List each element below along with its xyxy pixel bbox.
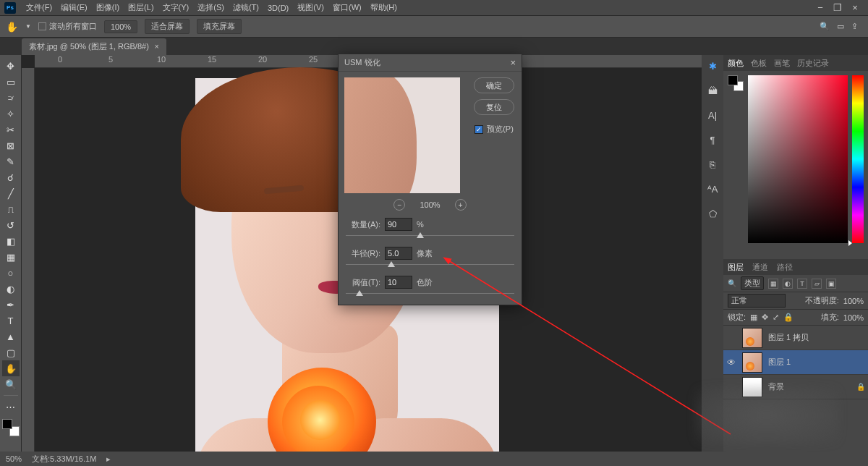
- edit-toolbar-icon[interactable]: ⋯: [2, 399, 20, 415]
- amount-slider[interactable]: [346, 232, 514, 240]
- menu-filter[interactable]: 滤镜(T): [229, 2, 263, 13]
- clone-tool-icon[interactable]: ⎍: [2, 201, 20, 217]
- radius-slider[interactable]: [346, 261, 514, 268]
- pen-tool-icon[interactable]: ✒: [2, 297, 20, 313]
- filter-kind-select[interactable]: 类型: [741, 276, 764, 290]
- layer-thumbnail[interactable]: [742, 352, 762, 373]
- color-swatch[interactable]: [2, 419, 20, 436]
- status-zoom[interactable]: 50%: [6, 454, 22, 463]
- tab-swatches[interactable]: 色板: [751, 58, 767, 69]
- paragraph-icon[interactable]: ¶: [705, 132, 720, 148]
- amount-input[interactable]: [385, 218, 412, 231]
- tab-layers[interactable]: 图层: [728, 262, 744, 273]
- lock-position-icon[interactable]: ✥: [762, 313, 768, 322]
- path-select-tool-icon[interactable]: ▲: [2, 329, 20, 344]
- opacity-value[interactable]: 100%: [843, 297, 864, 305]
- color-field[interactable]: [748, 75, 848, 243]
- share-icon[interactable]: ⇪: [851, 22, 858, 31]
- filter-type-icon[interactable]: T: [797, 279, 807, 289]
- menu-help[interactable]: 帮助(H): [366, 2, 401, 13]
- brush-tool-icon[interactable]: ╱: [2, 185, 20, 201]
- search-icon[interactable]: 🔍: [820, 22, 830, 31]
- filter-search-icon[interactable]: 🔍: [728, 279, 736, 287]
- lock-pixels-icon[interactable]: ▦: [750, 313, 757, 322]
- window-restore-icon[interactable]: ❐: [829, 2, 846, 13]
- 3d-icon[interactable]: ⬠: [705, 206, 720, 221]
- layer-row[interactable]: 👁 图层 1: [723, 350, 868, 375]
- tab-color[interactable]: 颜色: [728, 58, 744, 69]
- filter-adjust-icon[interactable]: ◐: [783, 279, 793, 289]
- frame-tool-icon[interactable]: ⊠: [2, 137, 20, 153]
- fill-screen-button[interactable]: 填充屏幕: [197, 19, 242, 34]
- layer-name[interactable]: 图层 1: [768, 357, 791, 368]
- menu-window[interactable]: 窗口(W): [328, 2, 366, 13]
- type-tool-icon[interactable]: T: [2, 313, 20, 329]
- menu-view[interactable]: 视图(V): [293, 2, 328, 13]
- reset-button[interactable]: 复位: [474, 99, 514, 115]
- workspace-icon[interactable]: ▭: [837, 22, 844, 31]
- document-tab[interactable]: 素材.jpg @ 50% (图层 1, RGB/8#) ×: [22, 38, 166, 55]
- tab-paths[interactable]: 路径: [777, 262, 793, 273]
- dialog-close-icon[interactable]: ×: [510, 57, 516, 68]
- tab-close-icon[interactable]: ×: [155, 43, 159, 51]
- tab-brushes[interactable]: 画笔: [774, 58, 790, 69]
- menu-file[interactable]: 文件(F): [22, 2, 56, 13]
- color-icon[interactable]: ✱: [705, 58, 720, 74]
- blur-tool-icon[interactable]: ○: [2, 265, 20, 281]
- styles-icon[interactable]: ᴬA: [705, 181, 720, 197]
- scroll-all-checkbox[interactable]: 滚动所有窗口: [38, 21, 97, 32]
- visibility-toggle[interactable]: 👁: [726, 357, 736, 368]
- hand-tool-icon[interactable]: ✋: [2, 360, 20, 376]
- gradient-tool-icon[interactable]: ▦: [2, 249, 20, 265]
- menu-layer[interactable]: 图层(L): [124, 2, 158, 13]
- eraser-tool-icon[interactable]: ◧: [2, 233, 20, 249]
- filter-shape-icon[interactable]: ▱: [812, 279, 822, 289]
- filter-smart-icon[interactable]: ▣: [826, 279, 836, 289]
- tab-history[interactable]: 历史记录: [797, 58, 829, 69]
- marquee-tool-icon[interactable]: ▭: [2, 74, 20, 90]
- zoom-in-icon[interactable]: +: [455, 199, 467, 211]
- usm-sharpen-dialog[interactable]: USM 锐化 × 确定 复位 ✓预览(P) − 100% + 数量(A): % …: [338, 54, 522, 305]
- status-chevron-icon[interactable]: ▸: [106, 454, 111, 464]
- window-minimize-icon[interactable]: −: [812, 2, 829, 13]
- radius-input[interactable]: [385, 247, 412, 260]
- threshold-input[interactable]: [385, 276, 412, 289]
- lasso-tool-icon[interactable]: ⟉: [2, 90, 20, 106]
- hue-slider[interactable]: [852, 75, 864, 243]
- lock-all-icon[interactable]: 🔒: [783, 313, 793, 322]
- menu-image[interactable]: 图像(I): [92, 2, 124, 13]
- tab-channels[interactable]: 通道: [752, 262, 768, 273]
- move-tool-icon[interactable]: ✥: [2, 58, 20, 74]
- magic-wand-tool-icon[interactable]: ✧: [2, 106, 20, 122]
- color-mini-swatch[interactable]: [728, 75, 744, 91]
- history-brush-tool-icon[interactable]: ↺: [2, 217, 20, 233]
- ok-button[interactable]: 确定: [474, 77, 514, 93]
- shape-tool-icon[interactable]: ▢: [2, 344, 20, 360]
- threshold-slider[interactable]: [346, 290, 514, 297]
- adjustments-icon[interactable]: 🏔: [705, 82, 720, 98]
- dodge-tool-icon[interactable]: ◐: [2, 281, 20, 297]
- character-icon[interactable]: A|: [705, 107, 720, 123]
- menu-type[interactable]: 文字(Y): [158, 2, 194, 13]
- menu-edit[interactable]: 编辑(E): [56, 2, 92, 13]
- glyphs-icon[interactable]: ⎘: [705, 156, 720, 172]
- layer-row[interactable]: 图层 1 拷贝: [723, 326, 868, 350]
- menu-3d[interactable]: 3D(D): [263, 4, 293, 12]
- zoom-100-button[interactable]: 100%: [104, 20, 137, 33]
- healing-tool-icon[interactable]: ☌: [2, 169, 20, 185]
- zoom-tool-icon[interactable]: 🔍: [2, 376, 20, 392]
- layer-thumbnail[interactable]: [742, 328, 762, 348]
- menu-select[interactable]: 选择(S): [193, 2, 229, 13]
- blend-mode-select[interactable]: 正常: [728, 294, 786, 308]
- fill-value[interactable]: 100%: [843, 313, 864, 322]
- window-close-icon[interactable]: ×: [846, 2, 864, 13]
- preview-checkbox[interactable]: ✓预览(P): [475, 124, 514, 135]
- filter-pixel-icon[interactable]: ▦: [768, 279, 778, 289]
- zoom-out-icon[interactable]: −: [393, 199, 405, 211]
- fit-screen-button[interactable]: 适合屏幕: [145, 19, 190, 34]
- chevron-down-icon[interactable]: ▼: [25, 23, 31, 30]
- dialog-titlebar[interactable]: USM 锐化 ×: [339, 54, 522, 72]
- crop-tool-icon[interactable]: ✂: [2, 122, 20, 137]
- eyedropper-tool-icon[interactable]: ✎: [2, 153, 20, 169]
- dialog-preview[interactable]: [344, 77, 460, 193]
